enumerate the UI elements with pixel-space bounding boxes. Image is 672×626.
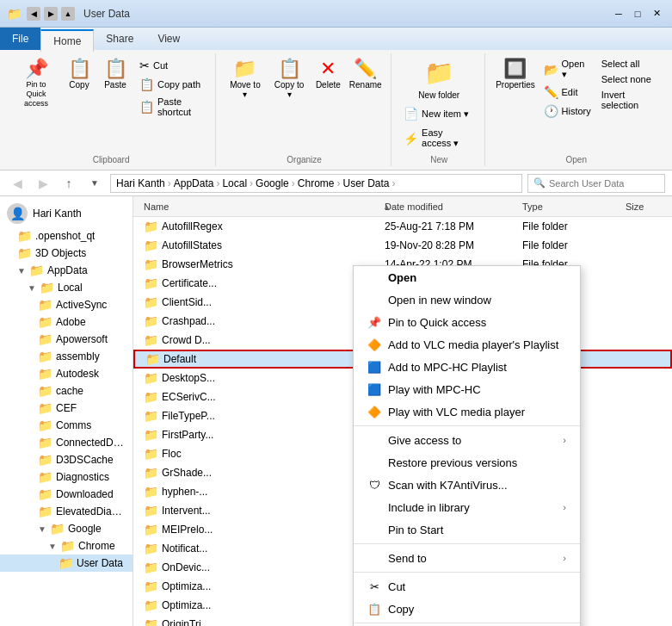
tab-home[interactable]: Home: [40, 29, 94, 52]
search-input[interactable]: [549, 178, 659, 189]
ctx-open-new-window[interactable]: Open in new window: [354, 288, 580, 311]
file-date: 25-Aug-21 7:18 PM: [378, 220, 515, 232]
ctx-send-to[interactable]: Send to ›: [354, 547, 580, 569]
ctx-open[interactable]: Open: [354, 266, 580, 288]
ctx-copy[interactable]: 📋 Copy: [354, 598, 580, 620]
select-none-button[interactable]: Select none: [598, 72, 658, 86]
ctx-cut[interactable]: ✂ Cut: [354, 575, 580, 598]
sidebar-item-google[interactable]: ▼ 📁 Google: [0, 520, 133, 537]
easy-access-button[interactable]: ⚡ Easy access ▾: [400, 126, 478, 151]
tab-view[interactable]: View: [145, 28, 192, 50]
ctx-restore-versions[interactable]: Restore previous versions: [354, 451, 580, 474]
sidebar-item-openshot[interactable]: 📁 .openshot_qt: [0, 227, 133, 245]
sidebar-item-cef[interactable]: 📁 CEF: [0, 400, 133, 417]
ctx-include-library[interactable]: Include in library ›: [354, 496, 580, 518]
forward-button[interactable]: ▶: [33, 173, 53, 194]
paste-button[interactable]: 📋 Paste: [100, 57, 131, 92]
tab-file[interactable]: File: [0, 28, 40, 50]
sidebar-item-comms[interactable]: 📁 Comms: [0, 417, 133, 434]
delete-button[interactable]: ✕ Delete: [312, 57, 343, 92]
organize-buttons: 📁 Move to ▾ 📋 Copy to ▾ ✕ Delete ✏️ Rena…: [225, 57, 384, 102]
sidebar-item-elevated[interactable]: 📁 ElevatedDiag...: [0, 503, 133, 520]
header-type[interactable]: Type: [515, 201, 619, 212]
sidebar-item-3d-objects[interactable]: 📁 3D Objects: [0, 245, 133, 262]
invert-selection-button[interactable]: Invert selection: [598, 88, 658, 112]
copy-to-button[interactable]: 📋 Copy to ▾: [269, 57, 310, 102]
open-button[interactable]: 📂 Open ▾: [540, 57, 595, 82]
cut-button[interactable]: ✂ Cut: [136, 57, 208, 74]
sidebar-item-appdata[interactable]: ▼ 📁 AppData: [0, 262, 133, 279]
maximize-button[interactable]: □: [629, 5, 646, 22]
rename-ribbon-button[interactable]: ✏️ Rename: [347, 57, 384, 92]
sidebar-item-userdata[interactable]: 📁 User Data: [0, 555, 133, 572]
ctx-pin-start[interactable]: Pin to Start: [354, 518, 580, 541]
folder-icon: 📁: [38, 453, 52, 467]
ctx-add-mpc-playlist[interactable]: 🟦 Add to MPC-HC Playlist: [354, 356, 580, 378]
header-name[interactable]: Name: [137, 201, 378, 212]
ctx-play-vlc[interactable]: 🔶 Play with VLC media player: [354, 400, 580, 423]
file-type: File folder: [515, 239, 619, 251]
minimize-button[interactable]: ─: [610, 5, 627, 22]
table-row[interactable]: 📁AutofillStates 19-Nov-20 8:28 PM File f…: [133, 236, 672, 255]
pin-quick-access-button[interactable]: 📌 Pin to Quickaccess: [14, 57, 59, 110]
sidebar-item-cache[interactable]: 📁 cache: [0, 382, 133, 400]
folder-icon: 📁: [144, 333, 158, 347]
copy-large-label: Copy: [69, 80, 89, 90]
rename-icon: ✏️: [354, 59, 377, 78]
ctx-vlc-icon: 🔶: [367, 338, 381, 351]
sidebar-item-activesync[interactable]: 📁 ActiveSync: [0, 296, 133, 313]
recent-button[interactable]: ▼: [84, 173, 105, 194]
select-none-label: Select none: [601, 74, 651, 84]
sidebar-item-assembly[interactable]: 📁 assembly: [0, 348, 133, 365]
sidebar-item-downloaded[interactable]: 📁 Downloaded: [0, 486, 133, 503]
header-date[interactable]: Date modified: [378, 201, 515, 212]
select-all-button[interactable]: Select all: [598, 57, 658, 71]
table-row[interactable]: 📁AutofillRegex 25-Aug-21 7:18 PM File fo…: [133, 217, 672, 236]
folder-icon: 📁: [17, 246, 32, 260]
sidebar-item-local[interactable]: ▼ 📁 Local: [0, 279, 133, 296]
edit-button[interactable]: ✏️ Edit: [540, 84, 595, 101]
copy-large-button[interactable]: 📋 Copy: [64, 57, 95, 92]
sidebar-item-autodesk[interactable]: 📁 Autodesk: [0, 365, 133, 382]
copy-path-button[interactable]: 📋 Copy path: [136, 76, 208, 93]
ctx-add-vlc-playlist[interactable]: 🔶 Add to VLC media player's Playlist: [354, 333, 580, 356]
file-name: 📁hyphen-...: [137, 485, 378, 499]
sidebar-item-label: Autodesk: [56, 368, 99, 380]
expand-icon: ▼: [48, 542, 57, 551]
sidebar-item-d3dscache[interactable]: 📁 D3DSCache: [0, 451, 133, 468]
sidebar-item-diagnostics[interactable]: 📁 Diagnostics: [0, 468, 133, 486]
breadcrumb-segment-3[interactable]: Google: [256, 177, 289, 189]
file-name: 📁Default: [139, 352, 379, 366]
back-button[interactable]: ◀: [7, 173, 28, 194]
search-box[interactable]: 🔍: [527, 174, 665, 193]
rename-ribbon-label: Rename: [349, 80, 382, 90]
sidebar-item-chrome[interactable]: ▼ 📁 Chrome: [0, 537, 133, 555]
file-name: 📁BrowserMetrics: [137, 257, 378, 271]
breadcrumb-segment-5[interactable]: User Data: [342, 177, 389, 189]
breadcrumb-segment-2[interactable]: Local: [222, 177, 247, 189]
history-button[interactable]: 🕐 History: [540, 102, 595, 120]
ctx-give-access[interactable]: Give access to ›: [354, 429, 580, 451]
breadcrumb-segment-1[interactable]: AppData: [174, 177, 214, 189]
move-to-button[interactable]: 📁 Move to ▾: [225, 57, 266, 102]
new-item-button[interactable]: 📄 New item ▾: [400, 105, 478, 122]
sidebar-item-adobe[interactable]: 📁 Adobe: [0, 313, 133, 331]
properties-button[interactable]: 🔲 Properties: [494, 57, 536, 132]
tab-share[interactable]: Share: [94, 28, 145, 50]
breadcrumb-segment-0[interactable]: Hari Kanth: [116, 177, 165, 189]
folder-icon: 📁: [38, 332, 52, 346]
ctx-play-mpc[interactable]: 🟦 Play with MPC-HC: [354, 378, 580, 400]
window-controls[interactable]: ─ □ ✕: [610, 5, 665, 22]
header-size[interactable]: Size: [619, 201, 672, 212]
close-button[interactable]: ✕: [648, 5, 665, 22]
sidebar-item-apowersoft[interactable]: 📁 Apowersoft: [0, 331, 133, 348]
up-button[interactable]: ↑: [59, 173, 79, 194]
breadcrumb[interactable]: Hari Kanth › AppData › Local › Google › …: [110, 174, 522, 193]
ctx-pin-quick-access[interactable]: 📌 Pin to Quick access: [354, 311, 580, 333]
new-folder-button[interactable]: 📁 New folder: [400, 57, 478, 102]
ctx-arrow-icon: ›: [563, 435, 566, 445]
paste-shortcut-button[interactable]: 📋 Paste shortcut: [136, 95, 208, 119]
ctx-scan-antivirus[interactable]: 🛡 Scan with K7AntiVirus...: [354, 474, 580, 496]
sidebar-item-connectedde[interactable]: 📁 ConnectedDe...: [0, 434, 133, 451]
breadcrumb-segment-4[interactable]: Chrome: [298, 177, 335, 189]
